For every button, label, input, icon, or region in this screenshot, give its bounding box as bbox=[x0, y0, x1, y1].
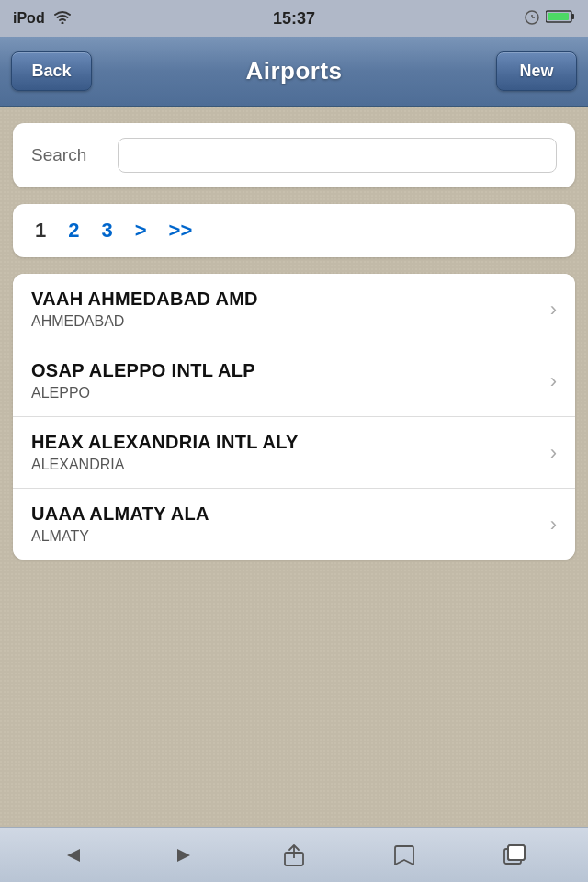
back-button[interactable]: Back bbox=[11, 51, 92, 91]
page-1[interactable]: 1 bbox=[35, 219, 46, 243]
svg-point-0 bbox=[61, 22, 63, 25]
airport-city: ALEXANDRIA bbox=[31, 457, 541, 473]
airport-info: OSAP ALEPPO INTL ALP ALEPPO bbox=[31, 360, 541, 401]
svg-rect-5 bbox=[571, 14, 574, 19]
bookmarks-tab-button[interactable] bbox=[381, 835, 427, 876]
airport-name: OSAP ALEPPO INTL ALP bbox=[31, 360, 541, 381]
airport-name: HEAX ALEXANDRIA INTL ALY bbox=[31, 432, 541, 453]
tab-bar bbox=[0, 827, 588, 882]
alarm-icon bbox=[524, 8, 540, 28]
tabs-tab-button[interactable] bbox=[492, 835, 537, 876]
chevron-right-icon: › bbox=[550, 369, 557, 393]
airport-item[interactable]: UAAA ALMATY ALA ALMATY › bbox=[13, 489, 575, 560]
wifi-icon bbox=[52, 9, 73, 28]
new-button[interactable]: New bbox=[496, 51, 577, 91]
airport-item[interactable]: OSAP ALEPPO INTL ALP ALEPPO › bbox=[13, 345, 575, 417]
page-title: Airports bbox=[245, 57, 342, 85]
back-tab-button[interactable] bbox=[51, 835, 96, 876]
page-2[interactable]: 2 bbox=[68, 219, 79, 243]
forward-tab-button[interactable] bbox=[161, 835, 207, 876]
airport-list: VAAH AHMEDABAD AMD AHMEDABAD › OSAP ALEP… bbox=[13, 274, 575, 560]
chevron-right-icon: › bbox=[550, 441, 557, 465]
airport-name: UAAA ALMATY ALA bbox=[31, 503, 541, 525]
pagination: 1 2 3 > >> bbox=[13, 204, 575, 257]
airport-info: HEAX ALEXANDRIA INTL ALY ALEXANDRIA bbox=[31, 432, 541, 473]
search-section: Search bbox=[13, 123, 575, 187]
airport-info: VAAH AHMEDABAD AMD AHMEDABAD bbox=[31, 288, 541, 330]
search-input[interactable] bbox=[118, 138, 557, 173]
airport-city: ALMATY bbox=[31, 528, 541, 545]
airport-item[interactable]: VAAH AHMEDABAD AMD AHMEDABAD › bbox=[13, 274, 575, 345]
airport-city: ALEPPO bbox=[31, 385, 541, 401]
nav-bar: Back Airports New bbox=[0, 37, 588, 107]
svg-marker-8 bbox=[177, 849, 190, 862]
chevron-right-icon: › bbox=[550, 513, 557, 537]
clock: 15:37 bbox=[273, 9, 315, 28]
share-tab-button[interactable] bbox=[271, 835, 317, 876]
status-bar: iPod 15:37 bbox=[0, 0, 588, 37]
airport-name: VAAH AHMEDABAD AMD bbox=[31, 288, 541, 310]
chevron-right-icon: › bbox=[550, 298, 557, 322]
search-label: Search bbox=[31, 145, 105, 165]
svg-rect-6 bbox=[548, 13, 569, 20]
page-last[interactable]: >> bbox=[169, 219, 193, 243]
airport-info: UAAA ALMATY ALA ALMATY bbox=[31, 503, 541, 545]
airport-item[interactable]: HEAX ALEXANDRIA INTL ALY ALEXANDRIA › bbox=[13, 417, 575, 489]
battery-icon bbox=[546, 9, 575, 28]
carrier-label: iPod bbox=[13, 10, 45, 27]
content-area: Search 1 2 3 > >> VAAH AHMEDABAD AMD AHM… bbox=[0, 107, 588, 827]
svg-marker-7 bbox=[67, 849, 80, 862]
page-3[interactable]: 3 bbox=[102, 219, 113, 243]
page-next[interactable]: > bbox=[135, 219, 147, 243]
airport-city: AHMEDABAD bbox=[31, 313, 541, 330]
svg-rect-12 bbox=[508, 845, 525, 860]
